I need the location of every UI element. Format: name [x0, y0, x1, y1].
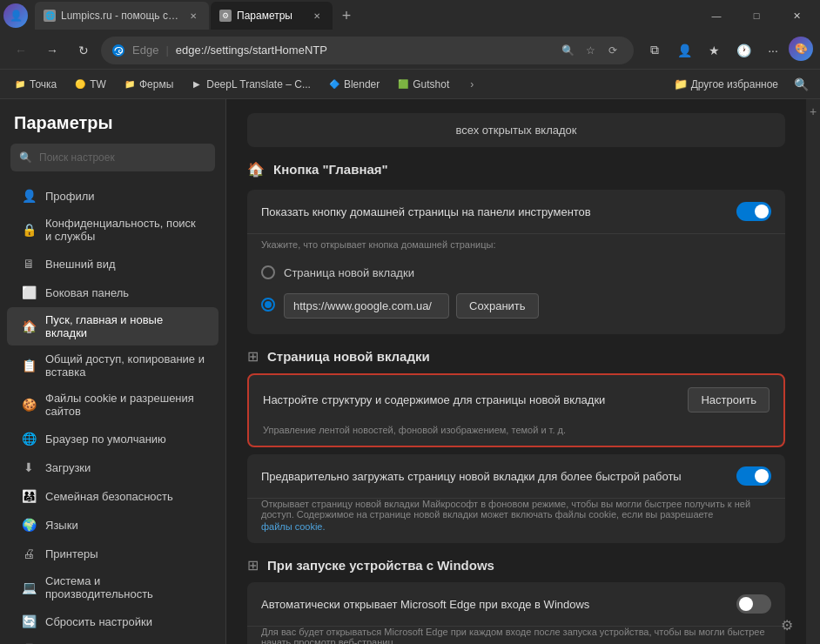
profile-avatar[interactable]: 👤	[3, 3, 28, 28]
configure-label: Настройте структуру и содержимое для стр…	[263, 393, 605, 406]
bookmark-fermy[interactable]: 📁 Фермы	[117, 75, 180, 94]
reset-icon: 🔄	[21, 614, 37, 629]
back-button[interactable]: ←	[7, 37, 35, 64]
sidebar-search[interactable]: 🔍 Поиск настроек	[10, 144, 215, 171]
bookmark-blender[interactable]: 🔷 Blender	[321, 75, 386, 94]
user-profile-button[interactable]: 🎨	[789, 37, 813, 61]
windows-icon: ⊞	[247, 557, 259, 574]
sidebar-item-system[interactable]: 💻 Система и производительность	[7, 568, 218, 607]
windows-section-title: При запуске устройства с Windows	[267, 558, 494, 573]
bookmark-deepl[interactable]: ▶ DeepL Translate – С...	[184, 75, 318, 94]
sidebar-item-share[interactable]: 📋 Общий доступ, копирование и вставка	[7, 346, 218, 385]
sidebar-item-appearance[interactable]: 🖥 Внешний вид	[7, 250, 218, 278]
show-home-button-content: Показать кнопку домашней страницы на пан…	[261, 205, 591, 218]
history-icon[interactable]: 🕐	[729, 37, 757, 64]
bookmark-other[interactable]: 📁 Другое избранное	[667, 74, 785, 94]
show-home-button-label: Показать кнопку домашней страницы на пан…	[261, 205, 591, 218]
profile-icon[interactable]: 👤	[670, 37, 698, 64]
radio-new-tab-circle[interactable]	[261, 265, 275, 279]
configure-row: Настройте структуру и содержимое для стр…	[249, 375, 783, 425]
sidebar-item-cookies[interactable]: 🍪 Файлы cookie и разрешения сайтов	[7, 386, 218, 424]
url-input[interactable]	[284, 293, 449, 319]
bookmarks-more-button[interactable]: ›	[460, 72, 484, 97]
downloads-icon: ⬇	[21, 460, 37, 475]
sidebar-item-profiles[interactable]: 👤 Профили	[7, 182, 218, 210]
auto-open-desc: Для вас будет открываться Microsoft Edge…	[247, 627, 785, 644]
sidebar-item-family[interactable]: 👨‍👩‍👧 Семейная безопасность	[7, 482, 218, 510]
preload-desc-link[interactable]: файлы cookie.	[261, 521, 326, 532]
sidebar-item-default-browser[interactable]: 🌐 Браузер по умолчанию	[7, 425, 218, 453]
bookmark-favicon-tochka: 📁	[14, 78, 26, 91]
radio-new-tab-row[interactable]: Страница новой вкладки	[261, 260, 771, 285]
new-tab-button[interactable]: +	[334, 3, 359, 28]
auto-open-toggle[interactable]	[736, 594, 771, 614]
bookmark-tw[interactable]: 🟡 TW	[67, 75, 113, 94]
address-refresh-icon[interactable]: ⟳	[602, 40, 623, 61]
sidebar-item-downloads[interactable]: ⬇ Загрузки	[7, 453, 218, 481]
sidebar-item-reset[interactable]: 🔄 Сбросить настройки	[7, 607, 218, 635]
partial-top-card: всех открытых вкладок	[247, 113, 785, 147]
bookmark-tochka[interactable]: 📁 Точка	[7, 75, 64, 94]
tab-lumpics[interactable]: 🌐 Lumpics.ru - помощь с компьют... ✕	[35, 2, 209, 30]
configure-card: Настройте структуру и содержимое для стр…	[247, 373, 785, 447]
bottom-settings-gear[interactable]: ⚙	[775, 613, 799, 637]
bookmark-gutshot[interactable]: 🟩 Gutshot	[390, 75, 456, 94]
show-home-button-row: Показать кнопку домашней страницы на пан…	[247, 190, 785, 234]
sidebar-item-sidebar[interactable]: ⬜ Боковая панель	[7, 278, 218, 306]
sidebar-item-start-home[interactable]: 🏠 Пуск, главная и новые вкладки	[7, 307, 218, 345]
home-button-title: Кнопка "Главная"	[273, 162, 388, 177]
forward-button[interactable]: →	[38, 37, 66, 64]
bookmark-favicon-deepl: ▶	[191, 78, 203, 91]
favorites-icon[interactable]: ★	[700, 37, 728, 64]
address-star-icon[interactable]: ☆	[580, 40, 601, 61]
show-home-button-toggle[interactable]	[736, 202, 771, 221]
new-tab-section-title: Страница новой вкладки	[267, 349, 430, 364]
maximize-button[interactable]: □	[736, 0, 776, 31]
languages-icon: 🌍	[21, 517, 37, 533]
close-button[interactable]: ✕	[776, 0, 817, 31]
home-button-icon: 🏠	[247, 161, 265, 178]
tab-settings[interactable]: ⚙ Параметры ✕	[211, 2, 333, 30]
bookmark-favicon-blender: 🔷	[328, 78, 340, 91]
more-icon[interactable]: ···	[759, 37, 787, 64]
minimize-button[interactable]: —	[696, 0, 736, 31]
collections-icon[interactable]: ⧉	[641, 37, 669, 64]
home-button-subtitle: Укажите, что открывает кнопка домашней с…	[247, 234, 785, 253]
preload-label: Предварительно загружать страницу новой …	[261, 470, 682, 483]
address-url: edge://settings/startHomeNTP	[176, 44, 550, 57]
radio-url-circle[interactable]	[261, 298, 275, 312]
refresh-button[interactable]: ↻	[70, 37, 97, 64]
sidebar-item-privacy[interactable]: 🔒 Конфиденциальность, поиск и службы	[7, 211, 218, 249]
bookmarks-search-icon[interactable]: 🔍	[789, 72, 813, 97]
radio-group: Страница новой вкладки Сохранить	[247, 253, 785, 334]
new-tab-section-header: ⊞ Страница новой вкладки	[247, 348, 785, 365]
address-input-wrap[interactable]: Edge | edge://settings/startHomeNTP 🔍 ☆ …	[101, 37, 634, 64]
preload-row: Предварительно загружать страницу новой …	[247, 454, 785, 499]
tab-close-lumpics[interactable]: ✕	[186, 9, 200, 23]
bookmark-favicon-gutshot: 🟩	[397, 78, 409, 91]
home-button-section-header: 🏠 Кнопка "Главная"	[247, 161, 785, 178]
bookmark-favicon-tw: 🟡	[74, 78, 86, 91]
system-icon: 💻	[21, 580, 37, 595]
save-button[interactable]: Сохранить	[456, 293, 539, 319]
family-icon: 👨‍👩‍👧	[21, 488, 37, 504]
sidebar-item-phone[interactable]: 📱 Телефон и другие устройства	[7, 636, 218, 644]
preload-desc: Открывает страницу новой вкладки Майкрос…	[247, 499, 785, 543]
tab-favicon-lumpics: 🌐	[44, 10, 56, 22]
sidebar-item-languages[interactable]: 🌍 Языки	[7, 511, 218, 539]
edge-logo-icon	[111, 44, 125, 57]
configure-button[interactable]: Настроить	[688, 387, 770, 413]
address-search-icon[interactable]: 🔍	[557, 40, 578, 61]
preload-toggle[interactable]	[736, 466, 771, 486]
default-browser-icon: 🌐	[21, 431, 37, 446]
preload-content: Предварительно загружать страницу новой …	[261, 470, 682, 483]
home-button-card: Показать кнопку домашней страницы на пан…	[247, 190, 785, 334]
bookmark-favicon-fermy: 📁	[124, 78, 136, 91]
scroll-add-button[interactable]: +	[806, 99, 820, 124]
preload-card: Предварительно загружать страницу новой …	[247, 454, 785, 543]
sidebar-item-printers[interactable]: 🖨 Принтеры	[7, 540, 218, 567]
tab-close-settings[interactable]: ✕	[310, 9, 324, 23]
configure-desc: Управление лентой новостей, фоновой изоб…	[249, 425, 783, 446]
radio-url-row[interactable]: Сохранить	[261, 285, 771, 324]
windows-section-header: ⊞ При запуске устройства с Windows	[247, 557, 785, 574]
